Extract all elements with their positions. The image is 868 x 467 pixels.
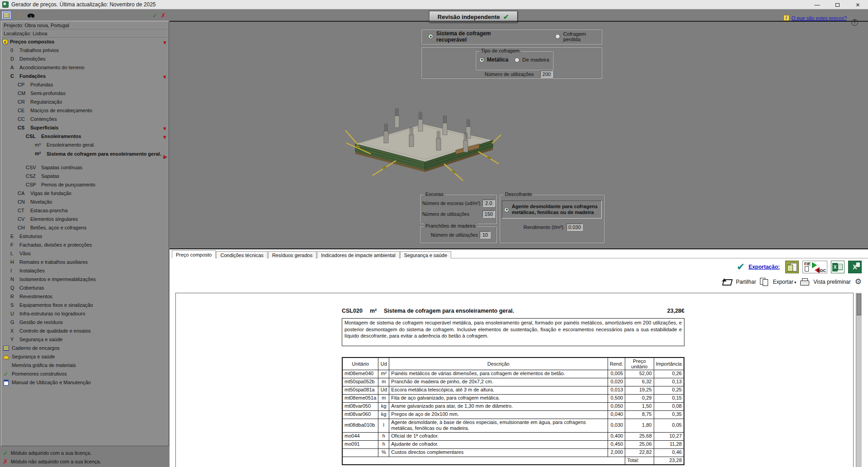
expand-arrow-icon[interactable]: ▼ (162, 124, 167, 133)
escoras-count-row: Número de escoras (ud/m²) 2.0 (422, 200, 480, 206)
sidebar-item-m³[interactable]: m³Ensoleiramento geral. (1, 141, 169, 149)
sidebar-item-Y[interactable]: YSegurança e saúde (1, 335, 169, 344)
scrollbar-thumb[interactable] (857, 294, 861, 315)
maximize-icon (835, 3, 840, 7)
sidebar-item-CA[interactable]: CAVigas de fundação (1, 189, 169, 198)
formwork-3d-view[interactable] (343, 100, 502, 193)
sidebar-item-m²[interactable]: m²Sistema de cofragem para ensoleirament… (1, 149, 169, 163)
sidebar-item-0[interactable]: 0Trabalhos prévios (1, 46, 169, 55)
sidebar-item-CH[interactable]: CHBetões, aços e cofragens (1, 224, 169, 232)
escoras-uses-input[interactable]: 150 (482, 210, 495, 218)
total-row: Total:23,28 (342, 457, 684, 465)
sidebar-item-manual-de-utiliza-o-e-manuten-o[interactable]: Manual de Utilização e Manutenção (1, 378, 169, 387)
share-icon[interactable] (722, 278, 732, 286)
sidebar-item-CR[interactable]: CRRegularização (1, 98, 169, 106)
up-arrow-icon: ⇧ (16, 12, 21, 19)
sidebar-item-E[interactable]: EEstruturas (1, 232, 169, 241)
cancel-icon[interactable]: ✗ (160, 12, 166, 19)
expand-arrow-icon[interactable]: ▼ (162, 38, 167, 47)
app-icon (2, 1, 9, 8)
sidebar-item-CT[interactable]: CTEstacas-prancha (1, 206, 169, 215)
no-icon (2, 361, 9, 370)
desmoldante-radio-option[interactable]: Agente desmoldante para cofragens metáli… (502, 200, 602, 219)
radio-recoverable-formwork[interactable]: Sistema de cofragem recuperável (428, 30, 516, 43)
radio-metalica[interactable] (479, 57, 484, 62)
sidebar-item-CV[interactable]: CVElementos singulares (1, 215, 169, 224)
up-level-button[interactable]: ⇧ (14, 11, 24, 19)
close-button[interactable]: ✕ (848, 2, 868, 8)
help-icon[interactable]: ? (851, 19, 858, 26)
sidebar-item-A[interactable]: AAcondicionamento do terreno (1, 63, 169, 72)
location-row: Localização: Lisboa (1, 29, 169, 38)
sidebar-item-Q[interactable]: QCoberturas (1, 284, 169, 292)
sidebar-item-F[interactable]: FFachadas, divisões e protecções (1, 241, 169, 249)
rendimento-input[interactable]: 0.030 (566, 224, 583, 231)
sidebar-item-CSP[interactable]: CSPPernos de punçoamento (1, 181, 169, 189)
sidebar-item-S[interactable]: SEquipamentos fixos e sinalização (1, 301, 169, 310)
exportar-button[interactable]: Exportar▾ (773, 279, 796, 285)
export-bar: ✔ Exportação: FIE BDC X X (736, 261, 862, 273)
expand-arrow-icon[interactable]: ▼ (162, 133, 167, 141)
sidebar-item-R[interactable]: RRevestimentos (1, 292, 169, 301)
search-button[interactable] (26, 11, 36, 19)
vista-preliminar-button[interactable]: Vista preliminar (813, 279, 850, 285)
gear-icon[interactable]: ⚙ (855, 278, 862, 286)
sheet-icon (838, 264, 843, 270)
sidebar-item-X[interactable]: XControlo de qualidade e ensaios (1, 327, 169, 335)
fiebdc-export-icon[interactable]: FIE BDC (802, 261, 827, 273)
sidebar-item-seguran-a-e-sa-de[interactable]: Segurança e saúde (1, 353, 169, 361)
sidebar-item-CP[interactable]: CPProfundas (1, 81, 169, 89)
tab-1[interactable]: Preço composto (172, 250, 216, 258)
radio-icon[interactable] (504, 207, 509, 212)
radio-lost-formwork[interactable]: Cofragem perdida (555, 31, 601, 42)
list-view-button[interactable] (1, 11, 11, 19)
radio-de-madeira[interactable] (514, 57, 519, 62)
sidebar-item-CC[interactable]: CCContenções (1, 115, 169, 124)
sidebar-item-N[interactable]: NIsolamentos e impermeabilizações (1, 275, 169, 284)
tab-5[interactable]: Segurança e saúde (400, 251, 451, 258)
sidebar-item-root[interactable]: € Preços compostos ▼ (1, 38, 169, 46)
exportacao-link[interactable]: Exportação: (749, 264, 780, 270)
sidebar-item-H[interactable]: HRemates e trabalhos auxiliares (1, 258, 169, 267)
sidebar-item-CS[interactable]: CSSuperficiais▼ (1, 124, 169, 132)
excel-export-icon[interactable]: X (848, 261, 862, 273)
minimize-button[interactable]: — (807, 2, 827, 8)
tab-3[interactable]: Resíduos gerados (268, 251, 316, 258)
accept-icon[interactable]: ✓ (152, 12, 158, 19)
sidebar-item-I[interactable]: IInstalações (1, 267, 169, 275)
sidebar-item-CN[interactable]: CNNivelação (1, 198, 169, 206)
tab-2[interactable]: Condições técnicas (216, 251, 267, 258)
radio-icon[interactable] (555, 34, 560, 39)
printer-icon[interactable] (800, 278, 809, 286)
selected-arrow-icon[interactable]: ▶ (163, 152, 167, 161)
sidebar-item-CSL[interactable]: CSLEnsoleiramentos▼ (1, 132, 169, 141)
sidebar-item-mem-ria-gr-fica-de-materiais[interactable]: Memória gráfica de materiais (1, 361, 169, 370)
maximize-button[interactable] (827, 2, 848, 8)
sidebar-item-CSV[interactable]: CSVSapatas contínuas (1, 163, 169, 172)
bottom-panel: Preço compostoCondições técnicasResíduos… (170, 248, 868, 467)
tab-4[interactable]: Indicadores de impacte ambiental (317, 251, 399, 258)
sidebar-item-CE[interactable]: CEMaciços de encabeçamento (1, 106, 169, 115)
sidebar-item-CM[interactable]: CMSemi-profundas (1, 89, 169, 98)
sidebar-item-caderno-de-encargos[interactable]: Caderno de encargos (1, 344, 169, 353)
sidebar-item-U[interactable]: UInfra-estruturas no logradouro (1, 310, 169, 318)
uses-input[interactable]: 200 (540, 71, 553, 78)
sidebar-item-CSZ[interactable]: CSZSapatas (1, 172, 169, 181)
expand-arrow-icon[interactable]: ▼ (162, 72, 167, 81)
excel-report-export-icon[interactable]: X (831, 261, 844, 273)
radio-icon[interactable] (428, 34, 433, 39)
cross-icon: ✗ (3, 458, 8, 465)
sidebar-item-G[interactable]: GGestão de resíduos (1, 318, 169, 327)
sidebar-item-L[interactable]: LVãos (1, 249, 169, 258)
sidebar-item-C[interactable]: CFundações▼ (1, 72, 169, 81)
escoras-count-input[interactable]: 2.0 (482, 200, 495, 207)
sidebar-item-pormenores-construtivos[interactable]: ✓Pormenores construtivos (1, 370, 169, 378)
arquimedes-export-icon[interactable] (785, 261, 799, 273)
export-pages-icon[interactable] (760, 278, 769, 286)
pranchoes-uses-input[interactable]: 10 (480, 231, 491, 238)
what-are-prices-link[interactable]: O que são estes preços? (792, 15, 847, 21)
partilhar-button[interactable]: Partilhar (736, 279, 756, 285)
doc-header: CSL020 m² Sistema de cofragem para ensol… (342, 308, 684, 314)
page-scrollbar[interactable] (856, 293, 862, 467)
sidebar-item-D[interactable]: DDemolições (1, 55, 169, 63)
